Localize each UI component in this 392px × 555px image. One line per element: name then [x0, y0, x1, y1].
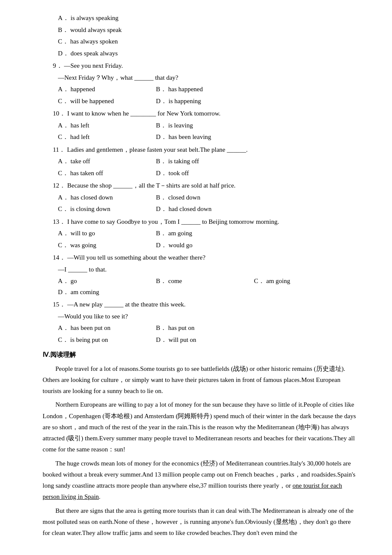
q9-stem1-text: —See you next Friday. — [64, 62, 123, 69]
q14-option-b: B． come — [141, 276, 234, 287]
q11-option-d-label: D． — [156, 170, 167, 176]
q11-option-d-text: took off — [169, 170, 189, 176]
question-10: 10． I want to know when he ________ for … — [43, 108, 358, 143]
q9-stem2: —Next Friday？Why，what ______ that day? — [43, 72, 358, 84]
q10-option-b-label: B． — [156, 122, 167, 129]
q10-options-row1: A． has left B． is leaving — [43, 120, 358, 131]
q15-option-a-text: has been put on — [71, 324, 111, 331]
q11-option-c: C． has taken off — [43, 168, 136, 179]
q12-options-row2: C． is closing down D． had closed down — [43, 204, 358, 215]
q8-option-a-text: is always speaking — [71, 14, 118, 21]
q15-option-b-text: has put on — [168, 324, 195, 331]
q15-option-c: C． is being put on — [43, 335, 136, 346]
passage-paragraph-1: People travel for a lot of reasons.Some … — [43, 363, 358, 397]
q11-options-row1: A． take off B． is taking off — [43, 156, 358, 167]
q15-option-b-label: B． — [156, 324, 167, 331]
q11-stem-text: Ladies and gentlemen，please fasten your … — [67, 146, 248, 153]
q10-option-a: A． has left — [43, 120, 136, 131]
q9-option-b: B． has happened — [141, 84, 234, 95]
q15-stem1-text: —A new play ______ at the theatre this w… — [67, 301, 186, 308]
q14-option-a-text: go — [71, 278, 77, 284]
q10-option-b: B． is leaving — [141, 120, 234, 131]
q13-option-b-label: B． — [156, 230, 167, 237]
q12-option-b-label: B． — [156, 194, 167, 201]
q14-option-b-text: come — [168, 278, 182, 284]
q9-option-c-text: will be happened — [70, 98, 114, 104]
q13-option-c-label: C． — [58, 242, 69, 249]
q9-stem1: 9． —See you next Friday. — [43, 61, 358, 72]
section-title: Ⅳ.阅读理解 — [43, 350, 358, 361]
passage-p2-text: Northern Europeans are willing to pay a … — [43, 401, 356, 453]
q10-options-row2: C． had left D． has been leaving — [43, 132, 358, 143]
q13-options-row2: C． was going D． would go — [43, 240, 358, 251]
q8-options-row3: C． has always spoken — [43, 36, 358, 47]
q12-option-b: B． closed down — [141, 192, 234, 203]
q9-option-c-label: C． — [58, 98, 69, 104]
q9-option-a: A． happened — [43, 84, 136, 95]
q11-number: 11． — [53, 146, 65, 153]
q9-option-b-label: B． — [156, 86, 167, 92]
q11-option-a: A． take off — [43, 156, 136, 167]
q11-option-c-text: has taken off — [70, 170, 103, 176]
passage-paragraph-3: The huge crowds mean lots of money for t… — [43, 458, 358, 503]
q14-options-row1: A． go B． come C． am going D． am coming — [43, 276, 358, 298]
q12-option-c-label: C． — [58, 205, 69, 212]
passage-p3-text-2: . — [99, 493, 101, 500]
q10-option-d: D． has been leaving — [141, 132, 234, 143]
q13-stem-text: I have come to say Goodbye to you，Tom I … — [67, 218, 279, 225]
q9-option-c: C． will be happened — [43, 96, 136, 107]
q10-number: 10． — [53, 110, 66, 117]
q15-number: 15． — [53, 301, 66, 308]
q12-number: 12． — [53, 182, 66, 189]
q11-option-b: B． is taking off — [141, 156, 234, 167]
q8-option-c-text: has always spoken — [70, 38, 118, 45]
q8-option-d-label: D． — [58, 50, 69, 57]
q15-option-a: A． has been put on — [43, 323, 136, 334]
q12-option-a-text: has closed down — [71, 194, 113, 201]
q15-stem1: 15． —A new play ______ at the theatre th… — [43, 299, 358, 310]
q15-option-b: B． has put on — [141, 323, 234, 334]
question-15: 15． —A new play ______ at the theatre th… — [43, 299, 358, 345]
q11-options-row2: C． has taken off D． took off — [43, 168, 358, 179]
q13-option-c: C． was going — [43, 240, 136, 251]
q15-option-c-label: C． — [58, 336, 69, 343]
q14-option-c-text: am going — [266, 278, 290, 284]
q9-option-d-text: is happening — [169, 98, 201, 104]
passage-paragraph-2: Northern Europeans are willing to pay a … — [43, 399, 358, 455]
q12-option-d: D． had closed down — [141, 204, 234, 215]
q9-option-a-label: A． — [58, 86, 69, 92]
passage-p4-text: But there are signs that the area is get… — [43, 507, 354, 537]
question-8: A． is always speaking B． would always sp… — [43, 13, 358, 59]
q8-options-row2: B． would always speak — [43, 25, 358, 36]
q11-stem: 11． Ladies and gentlemen，please fasten y… — [43, 145, 358, 156]
q11-option-b-label: B． — [156, 158, 167, 165]
q15-option-c-text: is being put on — [70, 336, 108, 343]
q8-option-c: C． has always spoken — [43, 36, 136, 47]
q15-options-row1: A． has been put on B． has put on — [43, 323, 358, 334]
q13-number: 13． — [53, 218, 66, 225]
q9-stem2-text: —Next Friday？Why，what ______ that day? — [58, 74, 178, 81]
q13-stem: 13． I have come to say Goodbye to you，To… — [43, 217, 358, 228]
q8-option-b-text: would always speak — [70, 26, 122, 33]
q13-option-b-text: am going — [168, 230, 192, 237]
passage-p1-text: People travel for a lot of reasons.Some … — [43, 365, 345, 395]
q11-option-c-label: C． — [58, 170, 69, 176]
q8-option-c-label: C． — [58, 38, 69, 45]
q14-option-c-label: C． — [254, 278, 265, 284]
q15-option-d: D． will put on — [141, 335, 234, 346]
q13-options-row1: A． will to go B． am going — [43, 228, 358, 239]
q12-option-a: A． has closed down — [43, 192, 136, 203]
q13-option-a-label: A． — [58, 230, 69, 237]
q13-option-d-label: D． — [156, 242, 167, 249]
q14-option-a: A． go — [43, 276, 136, 287]
q8-option-d: D． does speak always — [43, 48, 136, 59]
question-9: 9． —See you next Friday. —Next Friday？Wh… — [43, 61, 358, 107]
q8-options: A． is always speaking — [43, 13, 358, 24]
q14-number: 14． — [53, 254, 66, 261]
q10-option-c-text: had left — [70, 133, 89, 140]
q11-option-a-label: A． — [58, 158, 69, 165]
q13-option-c-text: was going — [70, 242, 96, 249]
q14-option-d: D． am coming — [43, 287, 136, 298]
q9-options-row2: C． will be happened D． is happening — [43, 96, 358, 107]
q12-option-c-text: is closing down — [70, 205, 110, 212]
